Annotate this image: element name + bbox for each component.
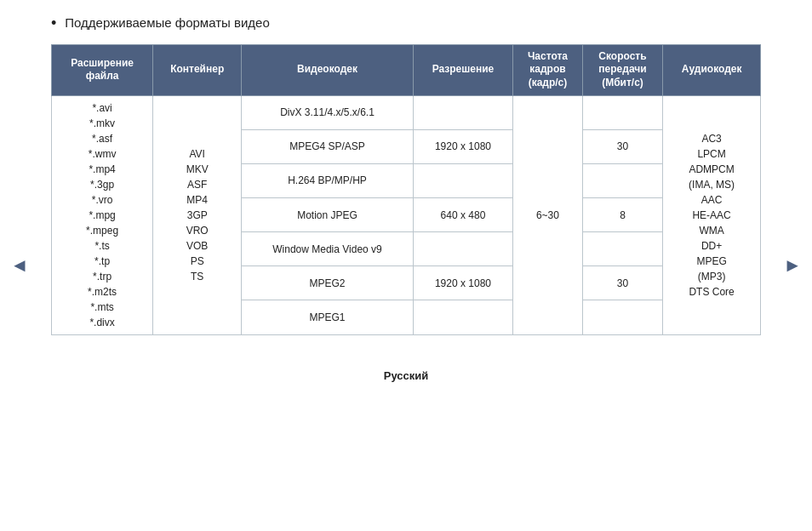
col-header-extension: Расширениефайла bbox=[52, 44, 153, 95]
cell-res-divx bbox=[413, 95, 512, 129]
col-header-resolution: Разрешение bbox=[413, 44, 512, 95]
page-title: Поддерживаемые форматы видео bbox=[65, 15, 269, 30]
nav-left-arrow[interactable]: ◄ bbox=[10, 254, 29, 277]
cell-codec-mpeg2: MPEG2 bbox=[242, 266, 414, 300]
cell-bitrate-mpeg2: 30 bbox=[582, 266, 662, 300]
cell-bitrate-h264 bbox=[582, 163, 662, 197]
cell-res-mpeg4: 1920 x 1080 bbox=[413, 129, 512, 163]
cell-res-mpeg1 bbox=[413, 300, 512, 334]
cell-audiocodecs: AC3 LPCM ADMPCM (IMA, MS) AAC HE-AAC WMA… bbox=[663, 95, 761, 334]
cell-bitrate-divx bbox=[582, 95, 662, 129]
cell-codec-mpeg4: MPEG4 SP/ASP bbox=[242, 129, 414, 163]
cell-codec-wmv: Window Media Video v9 bbox=[242, 232, 414, 266]
col-header-container: Контейнер bbox=[153, 44, 242, 95]
cell-container: AVI MKV ASF MP4 3GP VRO VOB PS TS bbox=[153, 95, 242, 334]
page-wrapper: • Поддерживаемые форматы видео Расширени… bbox=[0, 0, 812, 399]
section-title: • Поддерживаемые форматы видео bbox=[51, 15, 761, 32]
col-header-audiocodec: Аудиокодек bbox=[663, 44, 761, 95]
cell-codec-h264: H.264 BP/MP/HP bbox=[242, 163, 414, 197]
nav-right-arrow[interactable]: ► bbox=[783, 254, 802, 277]
cell-extensions: *.avi *.mkv *.asf *.wmv *.mp4 *.3gp *.vr… bbox=[52, 95, 153, 334]
bullet-icon: • bbox=[51, 15, 56, 32]
footer-language: Русский bbox=[51, 369, 761, 382]
cell-bitrate-wmv bbox=[582, 232, 662, 266]
col-header-framerate: Частотакадров(кадр/с) bbox=[513, 44, 583, 95]
cell-bitrate-mpeg1 bbox=[582, 300, 662, 334]
col-header-bitrate: Скоростьпередачи(Мбит/с) bbox=[582, 44, 662, 95]
cell-res-wmv bbox=[413, 232, 512, 266]
table-row: *.avi *.mkv *.asf *.wmv *.mp4 *.3gp *.vr… bbox=[52, 95, 761, 129]
cell-bitrate-mpeg4: 30 bbox=[582, 129, 662, 163]
cell-bitrate-mjpeg: 8 bbox=[582, 198, 662, 232]
cell-framerate: 6~30 bbox=[513, 95, 583, 334]
cell-codec-mjpeg: Motion JPEG bbox=[242, 198, 414, 232]
video-formats-table: Расширениефайла Контейнер Видеокодек Раз… bbox=[51, 44, 761, 335]
cell-res-mjpeg: 640 x 480 bbox=[413, 198, 512, 232]
cell-res-h264 bbox=[413, 163, 512, 197]
cell-codec-divx: DivX 3.11/4.x/5.x/6.1 bbox=[242, 95, 414, 129]
cell-codec-mpeg1: MPEG1 bbox=[242, 300, 414, 334]
cell-res-mpeg2: 1920 x 1080 bbox=[413, 266, 512, 300]
col-header-videocodec: Видеокодек bbox=[242, 44, 414, 95]
